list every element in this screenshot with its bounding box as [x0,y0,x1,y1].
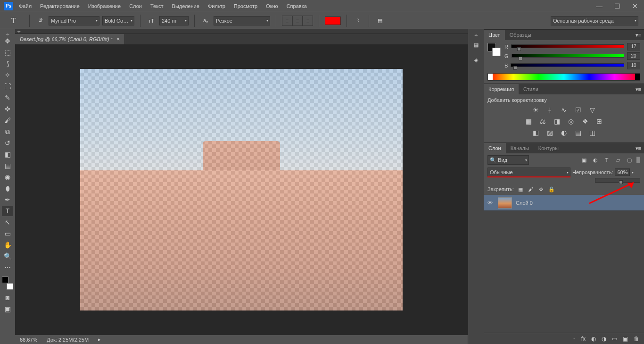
tab-paths[interactable]: Контуры [534,143,563,153]
layer-item[interactable]: 👁 Слой 0 [484,195,644,211]
crop-tool[interactable]: ⛶ [2,81,13,92]
opacity-dropdown-arrow-icon[interactable]: ▾ [632,170,634,175]
menu-image[interactable]: Изображение [88,3,121,9]
status-zoom[interactable]: 66,67% [20,337,37,343]
rectangular-marquee-tool[interactable]: ⬚ [2,47,13,58]
lock-position-icon[interactable]: ✥ [537,185,545,193]
tab-color[interactable]: Цвет [484,30,505,40]
posterize-icon[interactable]: ▨ [545,128,554,137]
adjustment-layer-icon[interactable]: ◑ [602,336,606,342]
gradient-map-icon[interactable]: ▤ [574,128,582,137]
eraser-tool[interactable]: ◧ [2,149,13,159]
close-tab-icon[interactable]: × [116,36,120,42]
align-right-button[interactable]: ≡ [303,16,313,26]
b-slider[interactable] [511,63,624,68]
tab-layers[interactable]: Слои [484,143,506,153]
font-size-dropdown[interactable]: 240 пт [159,16,189,25]
filter-type-icon[interactable]: T [603,156,611,164]
color-ramp[interactable] [487,73,640,81]
filter-adjustment-icon[interactable]: ◐ [591,156,600,164]
opacity-slider[interactable] [595,178,640,183]
tab-swatches[interactable]: Образцы [505,30,536,40]
align-center-button[interactable]: ≡ [292,16,303,26]
lock-transparency-icon[interactable]: ▦ [517,185,524,193]
layer-mask-icon[interactable]: ◐ [591,336,596,342]
move-tool[interactable]: ✥ [2,36,13,46]
invert-icon[interactable]: ◧ [531,128,540,137]
tab-styles[interactable]: Стили [519,84,543,94]
grip-icon[interactable]: ◂▸ [468,33,484,37]
color-balance-icon[interactable]: ⚖ [538,117,547,126]
character-panel-button[interactable]: ▤ [375,16,385,26]
zoom-tool[interactable]: 🔍 [2,251,13,261]
clone-stamp-tool[interactable]: ⧉ [2,126,13,137]
text-orientation-button[interactable]: ⇵ [35,16,46,26]
filter-toggle[interactable] [636,157,640,163]
anti-alias-dropdown[interactable]: Резкое [214,16,270,25]
menu-edit[interactable]: Редактирование [40,3,80,9]
color-swatch-pair[interactable] [487,43,501,56]
status-doc-size[interactable]: Док: 2,25M/2,25M [47,337,89,343]
magic-wand-tool[interactable]: ✧ [2,70,13,80]
canvas[interactable] [80,69,403,310]
current-tool-icon[interactable]: T [9,17,18,25]
dodge-tool[interactable]: ⬮ [2,183,13,193]
hue-saturation-icon[interactable]: ▦ [524,117,533,126]
layer-name[interactable]: Слой 0 [516,200,533,206]
menu-view[interactable]: Просмотр [234,3,257,9]
b-value[interactable]: 10 [627,62,640,69]
path-selection-tool[interactable]: ↖ [2,217,13,227]
hand-tool[interactable]: ✋ [2,240,13,250]
r-value[interactable]: 17 [627,43,640,50]
history-panel-icon[interactable]: ▦ [470,39,482,51]
grip-icon[interactable]: ◂▸ [0,32,15,36]
layer-filter-dropdown[interactable]: 🔍 Вид [487,155,529,165]
layer-thumbnail[interactable] [498,197,512,209]
opacity-slider-thumb[interactable] [619,180,623,184]
workspace-dropdown[interactable]: Основная рабочая среда [551,16,638,25]
spot-healing-tool[interactable]: ✜ [2,104,13,114]
eyedropper-tool[interactable]: ✎ [2,92,13,103]
panel-menu-icon[interactable]: ▾≡ [633,30,644,40]
black-white-icon[interactable]: ◨ [553,117,561,126]
panel-menu-icon[interactable]: ▾≡ [633,143,644,153]
curves-icon[interactable]: ∿ [560,106,568,114]
rectangle-tool[interactable]: ▭ [2,228,13,239]
threshold-icon[interactable]: ◐ [560,128,568,137]
type-tool[interactable]: T [2,206,13,216]
lasso-tool[interactable]: ⟆ [2,59,13,69]
canvas-viewport[interactable] [15,44,468,335]
link-layers-icon[interactable]: ⬝ [572,336,576,342]
color-lookup-icon[interactable]: ⊞ [595,117,603,126]
quick-mask-button[interactable]: ◙ [2,293,13,303]
font-family-dropdown[interactable]: Myriad Pro [49,16,99,25]
gradient-tool[interactable]: ▤ [2,160,13,171]
channel-mixer-icon[interactable]: ❖ [581,117,589,126]
levels-icon[interactable]: ⟊ [545,106,554,114]
brush-tool[interactable]: 🖌 [2,115,13,126]
text-color-swatch[interactable] [325,17,341,25]
new-layer-icon[interactable]: ▣ [623,336,628,342]
g-value[interactable]: 20 [627,52,640,60]
font-weight-dropdown[interactable]: Bold Co… [102,16,134,25]
close-button[interactable]: ✕ [626,1,644,11]
history-brush-tool[interactable]: ↺ [2,138,13,148]
g-slider[interactable] [512,54,624,59]
status-arrow-icon[interactable]: ▸ [98,336,101,343]
photo-filter-icon[interactable]: ◎ [567,117,575,126]
brightness-contrast-icon[interactable]: ☀ [531,106,540,114]
menu-select[interactable]: Выделение [172,3,199,9]
filter-shape-icon[interactable]: ▱ [614,156,622,164]
menu-file[interactable]: Файл [19,3,32,9]
minimize-button[interactable]: — [590,1,608,11]
blur-tool[interactable]: ◉ [2,172,13,182]
vibrance-icon[interactable]: ▽ [588,106,596,114]
layer-fx-icon[interactable]: fx [581,336,586,342]
edit-toolbar-button[interactable]: ⋯ [2,262,13,273]
tab-adjustments[interactable]: Коррекция [484,84,519,94]
panel-menu-icon[interactable]: ▾≡ [633,84,644,94]
lock-pixels-icon[interactable]: 🖌 [527,185,535,193]
properties-panel-icon[interactable]: ◈ [470,54,482,66]
document-tab[interactable]: Desert.jpg @ 66,7% (Слой 0, RGB/8#) * × [15,34,125,44]
menu-window[interactable]: Окно [266,3,278,9]
